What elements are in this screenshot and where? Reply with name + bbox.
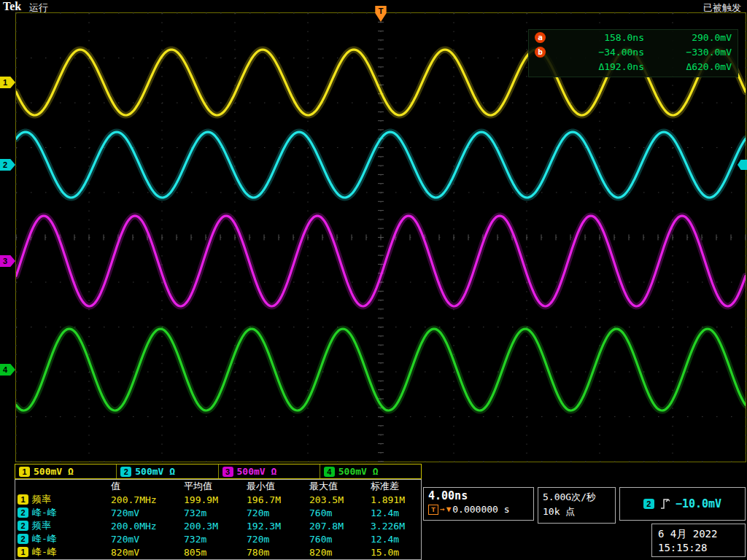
measurement-row: 1频率200.7MHz199.9M196.7M203.5M1.891M	[15, 493, 421, 506]
measurement-std: 1.891M	[371, 494, 419, 505]
measurement-mean: 805m	[184, 547, 247, 558]
channel-4-badge: 4	[324, 467, 335, 477]
oscilloscope-screen: Tek 运行 已被触发 T 1234 a 158.0ns 290.0mV b −…	[0, 0, 747, 560]
tek-logo: Tek	[3, 0, 21, 13]
measurement-row: 2峰-峰720mV732m720m760m12.4m	[15, 532, 421, 545]
channel-1-scale-readout[interactable]: 1500mV Ω	[15, 464, 117, 478]
measurement-value: 720mV	[111, 508, 184, 518]
trigger-level: −10.0mV	[676, 497, 721, 510]
cursor-b-row: b −34.00ns −330.0mV	[529, 44, 738, 59]
down-triangle-icon: ▼	[446, 505, 452, 514]
measurement-table: 值 平均值 最小值 最大值 标准差 1频率200.7MHz199.9M196.7…	[15, 479, 422, 560]
measurement-header-row: 值 平均值 最小值 最大值 标准差	[15, 480, 421, 493]
measurement-row: 2频率200.0MHz200.3M192.3M207.8M3.226M	[15, 519, 421, 532]
channel-1-badge: 1	[19, 467, 30, 477]
measurement-value: 200.7MHz	[111, 494, 184, 505]
measurement-value: 820mV	[111, 547, 184, 558]
col-std: 标准差	[371, 480, 419, 493]
col-value: 值	[111, 480, 184, 493]
measurement-row: 2峰-峰720mV732m720m760m12.4m	[15, 506, 421, 519]
channel-3-scale-readout[interactable]: 3500mV Ω	[219, 464, 320, 478]
measurement-value: 200.0MHz	[111, 521, 184, 532]
timebase-readout[interactable]: 4.00ns T → ▼ 0.000000 s	[423, 487, 534, 521]
measurement-mean: 732m	[184, 534, 247, 545]
record-length: 10k 点	[543, 505, 611, 519]
cursor-readout: a 158.0ns 290.0mV b −34.00ns −330.0mV Δ1…	[528, 29, 738, 77]
measurement-value: 720mV	[111, 534, 184, 545]
cursor-b-volt: −330.0mV	[644, 47, 732, 58]
timebase-position-row: T → ▼ 0.000000 s	[428, 504, 529, 515]
measurement-min: 780m	[247, 547, 309, 558]
measurement-name: 峰-峰	[32, 506, 57, 519]
measurement-std: 3.226M	[371, 521, 419, 532]
measurement-std: 12.4m	[371, 508, 419, 518]
channel-readout-bar: 1500mV Ω2500mV Ω3500mV Ω4500mV Ω	[15, 464, 422, 479]
measurement-max: 820m	[309, 547, 371, 558]
cursor-delta-row: Δ192.0ns Δ620.0mV	[529, 59, 738, 74]
cursor-a-volt: 290.0mV	[644, 32, 732, 43]
cursor-a-time: 158.0ns	[550, 32, 644, 43]
measurement-max: 203.5M	[309, 494, 371, 505]
col-mean: 平均值	[184, 480, 247, 493]
measurement-rows: 1频率200.7MHz199.9M196.7M203.5M1.891M2峰-峰7…	[15, 493, 421, 559]
measurement-min: 720m	[247, 508, 309, 518]
cursor-delta-time: Δ192.0ns	[550, 61, 644, 72]
sample-rate: 5.00G次/秒	[543, 490, 611, 505]
measurement-std: 15.0m	[371, 547, 419, 558]
channel-1-scale: 500mV Ω	[34, 466, 74, 477]
date-text: 6 4月 2022	[658, 527, 739, 541]
measurement-min: 196.7M	[247, 494, 309, 505]
cursor-delta-volt: Δ620.0mV	[644, 61, 732, 72]
trigger-t-icon: T	[428, 505, 438, 515]
datetime-readout: 6 4月 2022 15:15:28	[651, 524, 746, 557]
col-max: 最大值	[309, 480, 371, 493]
measurement-std: 12.4m	[371, 534, 419, 545]
channel-3-badge: 3	[222, 467, 233, 477]
measurement-mean: 200.3M	[184, 521, 247, 532]
measurement-mean: 732m	[184, 508, 247, 518]
timebase-position: 0.000000 s	[452, 504, 509, 515]
cursor-a-row: a 158.0ns 290.0mV	[529, 30, 738, 44]
measurement-row: 1峰-峰820mV805m780m820m15.0m	[15, 545, 421, 559]
cursor-b-icon: b	[535, 47, 546, 58]
measurement-name: 频率	[32, 493, 51, 506]
timebase-scale: 4.00ns	[428, 489, 529, 502]
time-text: 15:15:28	[658, 541, 739, 555]
measurement-mean: 199.9M	[184, 494, 247, 505]
run-status: 运行	[29, 1, 48, 15]
arrow-icon: →	[440, 505, 445, 514]
channel-2-badge: 2	[18, 508, 28, 518]
measurement-max: 760m	[309, 508, 371, 518]
channel-3-scale: 500mV Ω	[237, 466, 277, 477]
channel-4-scale: 500mV Ω	[338, 466, 379, 477]
channel-2-scale: 500mV Ω	[135, 466, 175, 477]
cursor-a-icon: a	[535, 32, 546, 43]
measurement-min: 720m	[247, 534, 309, 545]
measurement-max: 207.8M	[309, 521, 371, 532]
trigger-readout[interactable]: 2 −10.0mV	[619, 487, 746, 521]
measurement-name: 频率	[32, 519, 51, 532]
measurement-name: 峰-峰	[32, 545, 57, 559]
rising-edge-icon	[660, 497, 670, 510]
col-min: 最小值	[247, 480, 309, 493]
cursor-b-time: −34.00ns	[550, 47, 644, 58]
trigger-source-badge: 2	[643, 499, 654, 509]
channel-2-scale-readout[interactable]: 2500mV Ω	[117, 464, 218, 478]
channel-2-badge: 2	[18, 534, 28, 544]
measurement-name: 峰-峰	[32, 532, 57, 545]
channel-1-badge: 1	[18, 494, 28, 505]
measurement-max: 760m	[309, 534, 371, 545]
channel-1-badge: 1	[18, 547, 28, 557]
measurement-min: 192.3M	[247, 521, 309, 532]
triggered-status: 已被触发	[703, 1, 741, 15]
channel-2-badge: 2	[120, 467, 131, 477]
channel-4-scale-readout[interactable]: 4500mV Ω	[320, 464, 421, 478]
channel-2-badge: 2	[18, 521, 28, 531]
acquisition-readout[interactable]: 5.00G次/秒 10k 点	[538, 487, 616, 524]
